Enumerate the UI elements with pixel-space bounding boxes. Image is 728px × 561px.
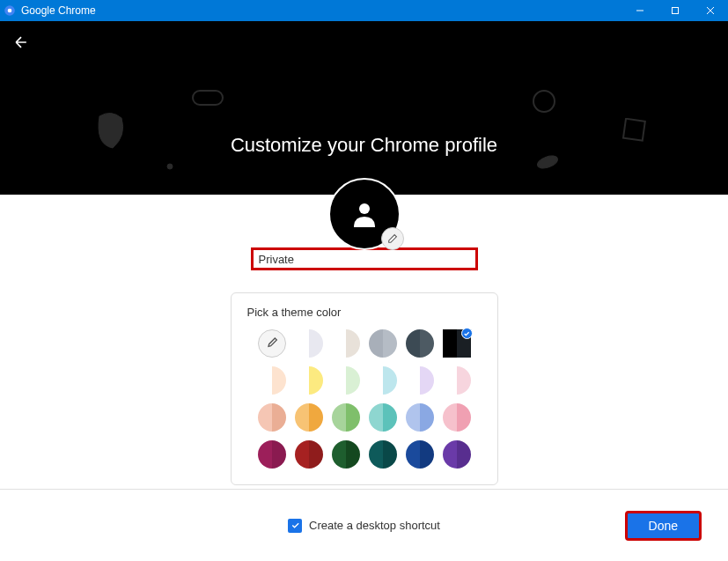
footer-bar: Create a desktop shortcut Done xyxy=(0,489,728,561)
profile-name-input[interactable] xyxy=(251,247,478,270)
theme-color-swatch[interactable] xyxy=(332,366,360,395)
theme-color-swatch[interactable] xyxy=(258,366,286,395)
shortcut-checkbox[interactable] xyxy=(288,519,302,533)
theme-color-swatch[interactable] xyxy=(443,329,471,358)
theme-color-swatch[interactable] xyxy=(369,403,397,432)
theme-color-swatch[interactable] xyxy=(295,440,323,469)
theme-color-swatch[interactable] xyxy=(443,403,471,432)
edit-avatar-button[interactable] xyxy=(381,227,404,250)
decoration-dot xyxy=(166,163,173,170)
theme-color-swatch[interactable] xyxy=(406,366,434,395)
theme-color-swatch[interactable] xyxy=(406,329,434,358)
theme-color-grid xyxy=(247,329,482,469)
svg-rect-3 xyxy=(673,8,679,14)
svg-point-11 xyxy=(359,203,370,214)
page-heading: Customize your Chrome profile xyxy=(0,134,728,157)
shortcut-label: Create a desktop shortcut xyxy=(309,519,440,532)
back-button[interactable] xyxy=(11,32,32,53)
theme-color-swatch[interactable] xyxy=(443,440,471,469)
theme-color-swatch[interactable] xyxy=(295,366,323,395)
decoration-circle xyxy=(532,89,556,114)
minimize-button[interactable] xyxy=(622,0,658,21)
theme-color-swatch[interactable] xyxy=(258,403,286,432)
done-button[interactable]: Done xyxy=(625,511,702,541)
theme-color-swatch[interactable] xyxy=(258,440,286,469)
close-button[interactable] xyxy=(693,0,728,21)
profile-avatar xyxy=(328,178,401,250)
theme-picker-label: Pick a theme color xyxy=(247,306,482,319)
window-title: Google Chrome xyxy=(21,4,622,17)
theme-color-swatch[interactable] xyxy=(406,440,434,469)
svg-point-8 xyxy=(533,91,555,112)
color-picker-swatch[interactable] xyxy=(258,329,286,358)
decoration-seed xyxy=(535,155,560,169)
decoration-pill xyxy=(192,90,224,107)
header-banner: Customize your Chrome profile xyxy=(0,21,728,195)
theme-color-swatch[interactable] xyxy=(332,440,360,469)
theme-color-swatch[interactable] xyxy=(406,403,434,432)
theme-color-swatch[interactable] xyxy=(369,440,397,469)
svg-point-1 xyxy=(8,9,12,13)
theme-color-swatch[interactable] xyxy=(332,329,360,358)
window-titlebar: Google Chrome xyxy=(0,0,728,21)
svg-rect-6 xyxy=(193,91,223,105)
theme-color-swatch[interactable] xyxy=(295,403,323,432)
svg-point-7 xyxy=(167,164,173,169)
theme-color-swatch[interactable] xyxy=(295,329,323,358)
theme-picker-panel: Pick a theme color xyxy=(231,292,498,485)
maximize-button[interactable] xyxy=(658,0,693,21)
shortcut-checkbox-wrap[interactable]: Create a desktop shortcut xyxy=(288,519,440,533)
selected-check-icon xyxy=(461,328,473,339)
theme-color-swatch[interactable] xyxy=(369,366,397,395)
chrome-icon xyxy=(4,4,16,17)
theme-color-swatch[interactable] xyxy=(369,329,397,358)
theme-color-swatch[interactable] xyxy=(443,366,471,395)
svg-point-10 xyxy=(536,155,560,169)
theme-color-swatch[interactable] xyxy=(332,403,360,432)
